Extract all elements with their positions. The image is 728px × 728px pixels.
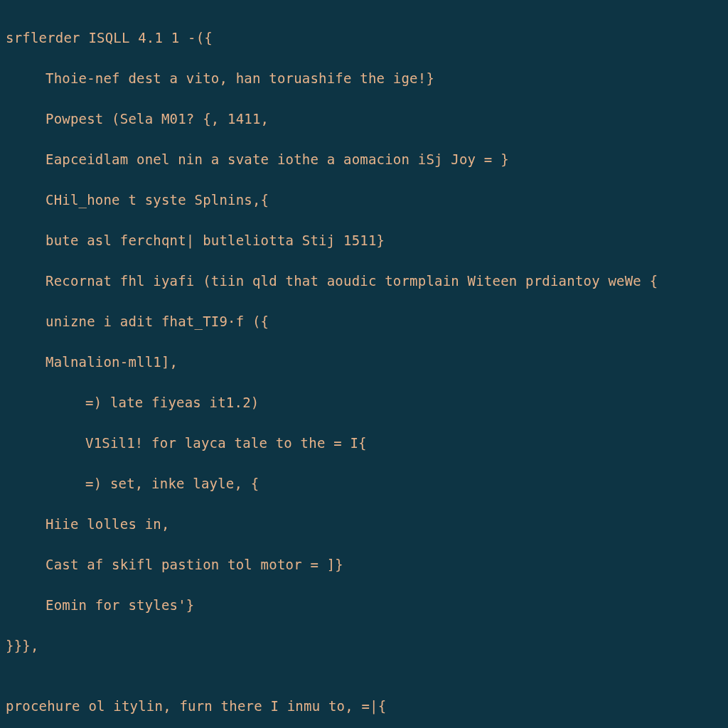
code-line: Eomin for styles'} [6, 595, 722, 616]
code-line: =) late fiyeas it1.2) [6, 392, 722, 413]
code-line: Recornat fhl iyafi (tiin qld that aoudic… [6, 271, 722, 291]
code-line: bute asl ferchqnt| butleliotta Stij 1511… [6, 230, 722, 251]
code-line: Hiie lolles in, [6, 514, 722, 535]
code-line: Eapceidlam onel nin a svate iothe a aoma… [6, 149, 722, 170]
code-line: srflerder ISQLL 4.1 1 -({ [6, 28, 722, 48]
code-line: }}}, [6, 636, 722, 656]
code-line: procehure ol itylin, furn there I inmu t… [6, 696, 722, 717]
code-line: =) set, inke layle, { [6, 473, 722, 494]
code-line: CHil_hone t syste Splnins,{ [6, 190, 722, 210]
code-line: Cast af skifl pastion tol motor = ]} [6, 555, 722, 575]
code-line: Malnalion-mll1], [6, 352, 722, 373]
code-line: unizne i adit fhat_TI9·f ({ [6, 311, 722, 332]
code-line: Thoie-nef dest a vito, han toruashife th… [6, 68, 722, 89]
code-editor[interactable]: srflerder ISQLL 4.1 1 -({ Thoie-nef dest… [0, 0, 728, 728]
code-line: V1Sil1! for layca tale to the = I{ [6, 433, 722, 454]
code-line: Powpest (Sela M01? {, 1411, [6, 109, 722, 129]
